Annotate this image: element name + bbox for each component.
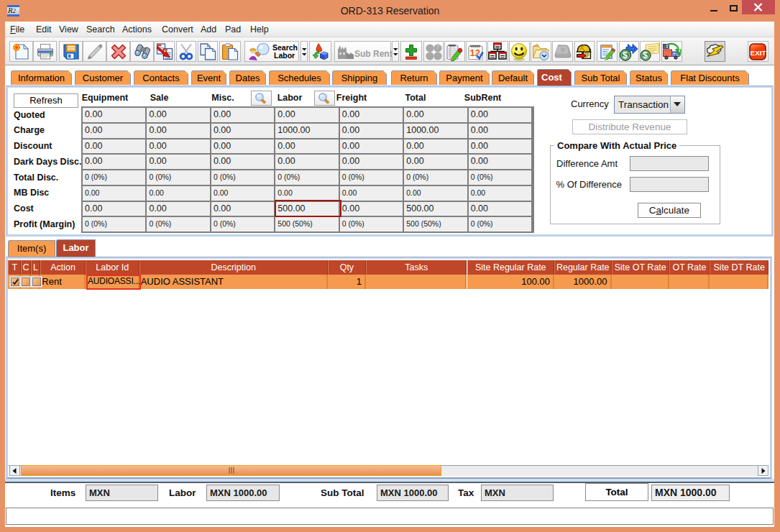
svg-text:?: ? [435,43,439,51]
svg-text:Search: Search [272,43,298,52]
svg-text:$: $ [643,50,648,60]
svg-text:Sub Rent: Sub Rent [354,49,392,59]
svg-text:EXIT: EXIT [751,48,766,56]
svg-text:Labor: Labor [274,51,295,60]
svg-text:$: $ [623,50,628,60]
